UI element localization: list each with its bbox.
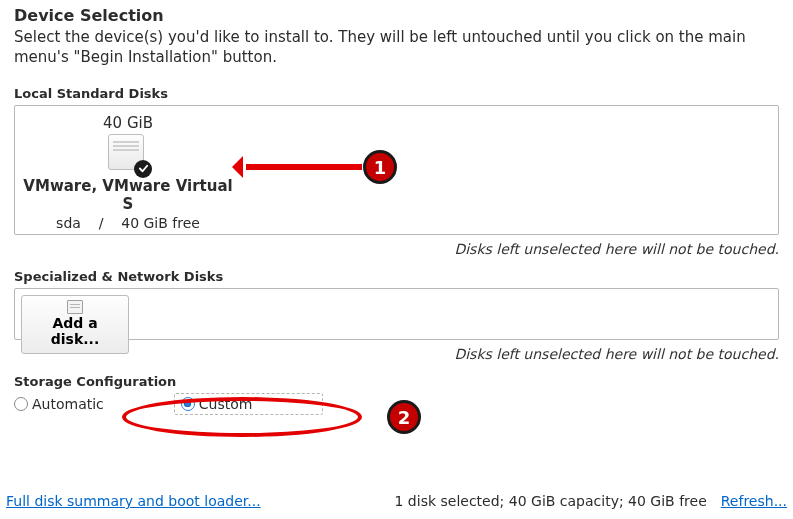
full-disk-summary-link[interactable]: Full disk summary and boot loader...	[6, 493, 261, 509]
radio-automatic[interactable]: Automatic	[14, 396, 104, 412]
disk-status-text: 1 disk selected; 40 GiB capacity; 40 GiB…	[395, 493, 707, 509]
disk-name: VMware, VMware Virtual S	[23, 177, 233, 213]
storage-config-heading: Storage Configuration	[14, 374, 779, 389]
disk-dev: sda	[56, 215, 81, 231]
annotation-badge-2: 2	[387, 400, 421, 434]
refresh-link[interactable]: Refresh...	[721, 493, 787, 509]
footer-bar: Full disk summary and boot loader... 1 d…	[6, 493, 787, 509]
annotation-badge-1: 1	[363, 150, 397, 184]
add-disk-icon	[67, 300, 83, 314]
add-disk-label: Add a disk...	[32, 315, 118, 347]
disk-sep: /	[99, 215, 104, 231]
disk-item-sda[interactable]: 40 GiB VMware, VMware Virtual S sda / 40…	[23, 112, 233, 231]
add-disk-button[interactable]: Add a disk...	[21, 295, 129, 354]
device-selection-description: Select the device(s) you'd like to insta…	[14, 27, 774, 68]
annotation-arrow-1	[246, 164, 362, 170]
network-disks-heading: Specialized & Network Disks	[14, 269, 779, 284]
disk-size: 40 GiB	[23, 114, 233, 132]
disk-meta: sda / 40 GiB free	[23, 215, 233, 231]
device-selection-title: Device Selection	[14, 6, 779, 25]
network-disks-panel: Add a disk...	[14, 288, 779, 340]
radio-automatic-label: Automatic	[32, 396, 104, 412]
annotation-ellipse-2	[122, 397, 362, 437]
selected-check-icon	[134, 160, 152, 178]
local-disks-note: Disks left unselected here will not be t…	[14, 241, 779, 257]
radio-icon	[14, 397, 28, 411]
disk-free: 40 GiB free	[121, 215, 200, 231]
local-disks-heading: Local Standard Disks	[14, 86, 779, 101]
disk-icon-wrap	[108, 134, 148, 174]
